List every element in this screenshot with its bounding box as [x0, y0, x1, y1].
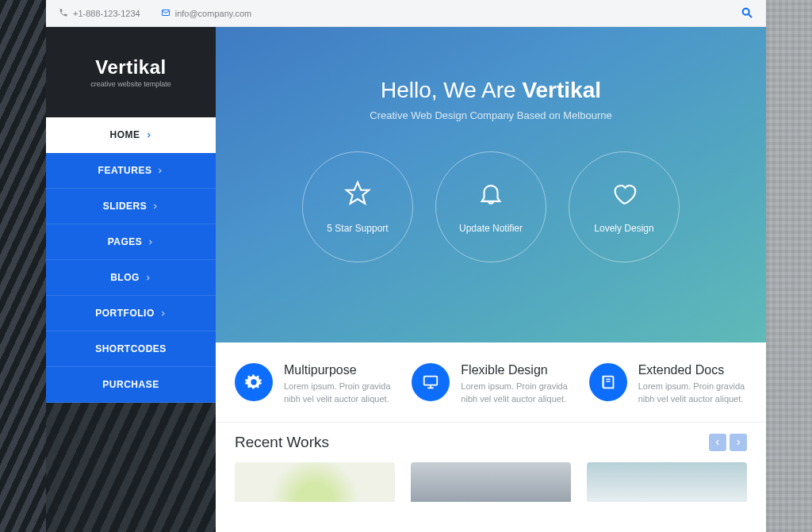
nav-label: PURCHASE	[102, 379, 159, 390]
hero-banner: Hello, We Are Vertikal Creative Web Desi…	[216, 27, 766, 343]
nav-item-blog[interactable]: BLOG	[46, 260, 216, 296]
circle-label: 5 Star Support	[327, 223, 388, 234]
work-item[interactable]	[411, 462, 571, 502]
top-bar: +1-888-123-1234 info@company.com	[46, 0, 766, 27]
feature-title: Extended Docs	[638, 363, 747, 377]
chevron-right-icon	[734, 435, 742, 450]
feature-title: Multipurpose	[284, 363, 393, 377]
hero-title-bold: Vertikal	[522, 78, 601, 102]
nav-item-purchase[interactable]: PURCHASE	[46, 367, 216, 403]
circle-label: Lovely Design	[594, 223, 653, 234]
svg-marker-3	[347, 182, 369, 204]
book-icon	[589, 363, 627, 401]
chevron-left-icon	[714, 435, 722, 450]
search-icon	[741, 11, 753, 21]
hero-circle-design[interactable]: Lovely Design	[569, 151, 680, 262]
chevron-right-icon	[147, 239, 154, 246]
bell-icon	[477, 180, 504, 210]
star-icon	[344, 180, 371, 210]
chevron-right-icon	[151, 203, 159, 210]
nav-label: HOME	[110, 129, 140, 140]
svg-point-1	[743, 8, 749, 14]
email-block[interactable]: info@company.com	[161, 8, 252, 19]
email-text: info@company.com	[175, 9, 252, 18]
hero-title-prefix: Hello, We Are	[381, 78, 522, 102]
gears-icon	[235, 363, 273, 401]
carousel-next-button[interactable]	[730, 434, 747, 451]
heart-icon	[611, 180, 638, 210]
logo-tagline: creative website template	[90, 80, 171, 88]
work-item[interactable]	[587, 462, 747, 502]
nav-label: PAGES	[108, 236, 143, 247]
nav-item-home[interactable]: HOME	[46, 117, 216, 153]
logo-block[interactable]: Vertikal creative website template	[46, 27, 216, 117]
nav-label: FEATURES	[98, 165, 152, 176]
feature-flexible: Flexible Design Lorem ipsum. Proin gravi…	[412, 363, 569, 406]
feature-docs: Extended Docs Lorem ipsum. Proin gravida…	[589, 363, 747, 406]
svg-line-2	[749, 14, 752, 17]
nav-item-shortcodes[interactable]: SHORTCODES	[46, 331, 216, 367]
feature-desc: Lorem ipsum. Proin gravida nibh vel veli…	[638, 381, 747, 406]
nav-item-portfolio[interactable]: PORTFOLIO	[46, 296, 216, 331]
carousel-nav	[709, 434, 747, 451]
nav-label: PORTFOLIO	[95, 308, 155, 319]
feature-desc: Lorem ipsum. Proin gravida nibh vel veli…	[461, 381, 569, 406]
hero-circles: 5 Star Support Update Notifier Lovely De…	[216, 151, 766, 262]
hero-circle-support[interactable]: 5 Star Support	[302, 151, 413, 262]
nav-label: SLIDERS	[103, 201, 147, 212]
nav-item-pages[interactable]: PAGES	[46, 224, 216, 260]
recent-title: Recent Works	[235, 434, 329, 451]
sidebar-bg	[46, 403, 216, 532]
chevron-right-icon	[145, 132, 152, 139]
nav-item-sliders[interactable]: SLIDERS	[46, 189, 216, 224]
main-container: +1-888-123-1234 info@company.com Vertika…	[46, 0, 766, 532]
nav-label: SHORTCODES	[95, 343, 167, 354]
nav-label: BLOG	[110, 272, 140, 283]
works-carousel	[235, 462, 747, 502]
feature-multipurpose: Multipurpose Lorem ipsum. Proin gravida …	[235, 363, 393, 406]
logo-name: Vertikal	[95, 56, 166, 78]
search-button[interactable]	[741, 6, 753, 21]
phone-text: +1-888-123-1234	[73, 9, 140, 18]
features-row: Multipurpose Lorem ipsum. Proin gravida …	[216, 343, 766, 423]
chevron-right-icon	[159, 310, 167, 317]
phone-icon	[59, 8, 68, 19]
hero-circle-notifier[interactable]: Update Notifier	[435, 151, 546, 262]
sidebar: Vertikal creative website template HOME …	[46, 27, 216, 532]
chevron-right-icon	[144, 274, 151, 281]
main-nav: HOME FEATURES SLIDERS PAGES BLOG	[46, 117, 216, 403]
circle-label: Update Notifier	[459, 223, 523, 234]
monitor-icon	[412, 363, 450, 401]
feature-desc: Lorem ipsum. Proin gravida nibh vel veli…	[284, 381, 393, 406]
svg-rect-4	[424, 377, 438, 385]
mail-icon	[161, 8, 170, 19]
carousel-prev-button[interactable]	[709, 434, 726, 451]
work-item[interactable]	[235, 462, 395, 502]
nav-item-features[interactable]: FEATURES	[46, 153, 216, 189]
phone-block: +1-888-123-1234	[59, 8, 140, 19]
hero-subtitle: Creative Web Design Company Based on Mel…	[216, 109, 766, 121]
feature-title: Flexible Design	[461, 363, 569, 377]
content: Hello, We Are Vertikal Creative Web Desi…	[216, 27, 766, 532]
chevron-right-icon	[156, 167, 163, 174]
recent-works: Recent Works	[216, 423, 766, 502]
hero-title: Hello, We Are Vertikal	[216, 78, 766, 103]
